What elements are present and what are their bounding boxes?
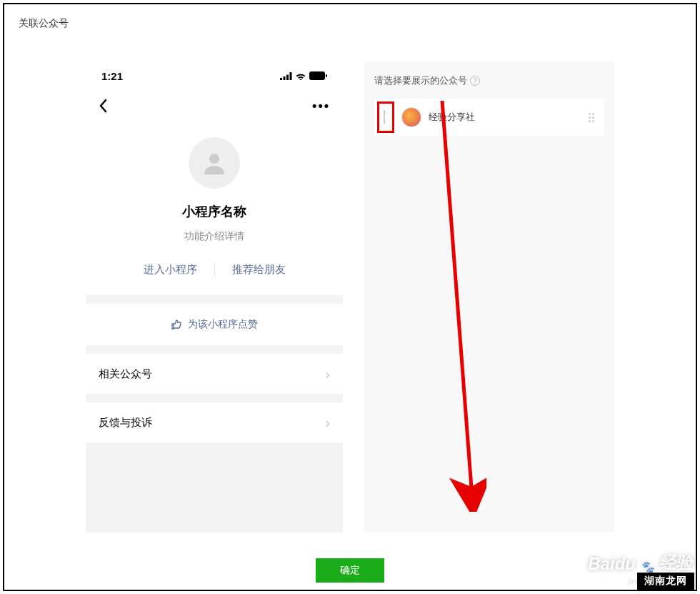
account-checkbox[interactable] bbox=[384, 110, 385, 124]
spacer bbox=[86, 295, 343, 304]
chevron-right-icon: › bbox=[325, 415, 330, 431]
app-avatar bbox=[189, 137, 240, 189]
account-avatar bbox=[401, 107, 421, 127]
battery-icon bbox=[309, 71, 327, 80]
spacer bbox=[86, 394, 343, 402]
help-icon[interactable]: ? bbox=[470, 76, 480, 86]
recommend-link[interactable]: 推荐给朋友 bbox=[215, 263, 303, 277]
confirm-button[interactable]: 确定 bbox=[316, 558, 384, 583]
more-icon[interactable]: ••• bbox=[312, 99, 330, 114]
chevron-right-icon: › bbox=[325, 366, 330, 382]
bottom-fill bbox=[86, 442, 343, 533]
watermark-brand: Baidu bbox=[588, 554, 636, 574]
status-indicators bbox=[280, 71, 327, 80]
like-button[interactable]: 为该小程序点赞 bbox=[86, 304, 343, 345]
selector-title-text: 请选择要展示的公众号 bbox=[374, 74, 467, 87]
account-item[interactable]: 经验分享社 bbox=[374, 99, 604, 136]
feedback-row[interactable]: 反馈与投诉 › bbox=[86, 402, 343, 442]
signal-icon bbox=[280, 72, 292, 80]
row-label: 相关公众号 bbox=[99, 367, 152, 381]
row-label: 反馈与投诉 bbox=[99, 416, 152, 430]
baidu-watermark: Baidu 🐾 经验 bbox=[588, 551, 693, 574]
account-selector-panel: 请选择要展示的公众号 ? 经验分享社 bbox=[364, 61, 614, 533]
back-icon[interactable] bbox=[99, 99, 107, 113]
related-accounts-row[interactable]: 相关公众号 › bbox=[86, 354, 343, 394]
account-name: 经验分享社 bbox=[429, 111, 475, 124]
svg-point-2 bbox=[209, 154, 219, 164]
avatar-placeholder-icon bbox=[200, 149, 229, 177]
svg-rect-1 bbox=[326, 74, 327, 77]
site-watermark: 湖南龙网 bbox=[637, 573, 694, 590]
profile-section: 小程序名称 功能介绍详情 进入小程序 推荐给朋友 bbox=[86, 122, 343, 295]
selector-title: 请选择要展示的公众号 ? bbox=[374, 74, 604, 87]
like-label: 为该小程序点赞 bbox=[188, 318, 258, 331]
enter-miniprogram-link[interactable]: 进入小程序 bbox=[126, 263, 214, 277]
app-name: 小程序名称 bbox=[182, 203, 246, 220]
checkbox-highlight bbox=[377, 102, 394, 133]
phone-preview: 1:21 ••• 小程序名称 功能介绍详情 进入小程序 bbox=[86, 61, 343, 533]
wifi-icon bbox=[295, 71, 306, 80]
content-area: 1:21 ••• 小程序名称 功能介绍详情 进入小程序 bbox=[4, 47, 696, 533]
app-description: 功能介绍详情 bbox=[184, 230, 244, 243]
action-row: 进入小程序 推荐给朋友 bbox=[126, 263, 303, 277]
status-time: 1:21 bbox=[101, 70, 123, 82]
watermark-label: 经验 bbox=[659, 551, 693, 574]
phone-nav-bar: ••• bbox=[86, 90, 343, 122]
svg-rect-0 bbox=[309, 71, 325, 80]
drag-handle-icon[interactable] bbox=[589, 113, 594, 122]
spacer bbox=[86, 345, 343, 354]
modal-title: 关联公众号 bbox=[19, 17, 69, 30]
phone-status-bar: 1:21 bbox=[86, 61, 343, 90]
modal-frame: 关联公众号 1:21 ••• 小程序名称 功能介绍详情 bbox=[3, 3, 697, 591]
thumbs-up-icon bbox=[171, 319, 182, 330]
